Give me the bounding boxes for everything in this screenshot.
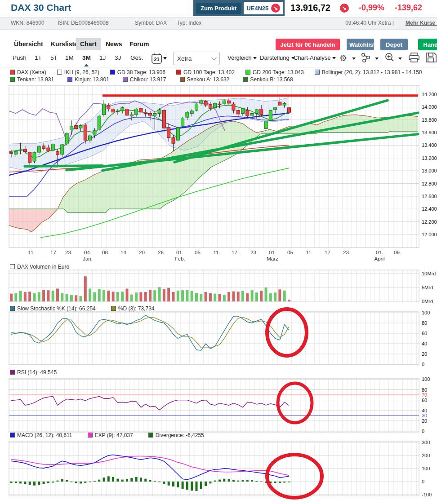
- chikou-legend-swatch: [123, 77, 128, 82]
- caret-down-icon: [332, 57, 336, 59]
- divergence-legend-swatch: [148, 433, 153, 438]
- legend-item: DAX (Xetra): [10, 69, 46, 75]
- trade-free-button[interactable]: Jetzt für 0€ handeln: [276, 39, 340, 50]
- period-3m[interactable]: 3M: [82, 54, 91, 61]
- price-down-arrow-icon: ↘: [340, 4, 349, 13]
- svg-text:Jan.: Jan.: [83, 256, 93, 261]
- svg-text:300: 300: [422, 440, 430, 445]
- chart-analyse-menu[interactable]: Chart-Analyse: [294, 54, 336, 61]
- tab-chart[interactable]: Chart: [76, 38, 101, 50]
- rsi-legend-swatch: [10, 370, 15, 375]
- svg-text:14.200: 14.200: [422, 92, 437, 97]
- legend-item: Kinjun: 13.801: [67, 76, 109, 83]
- tab-forum[interactable]: Forum: [125, 38, 153, 50]
- gd100-legend-swatch: [176, 70, 181, 75]
- period-3j[interactable]: 3J: [115, 54, 121, 61]
- svg-text:17.: 17.: [232, 250, 239, 255]
- change-absolute: -139,62: [395, 3, 422, 13]
- wkn-label: WKN: 846900: [11, 20, 45, 26]
- ikh-legend-swatch: [57, 70, 62, 75]
- page-title: DAX 30 Chart: [11, 2, 71, 13]
- svg-text:01.: 01.: [176, 250, 183, 255]
- push-toggle[interactable]: Push: [13, 54, 27, 61]
- gear-icon[interactable]: ⚙: [339, 53, 347, 63]
- period-1j[interactable]: 1J: [99, 54, 106, 61]
- exchange-select[interactable]: Xetra: [173, 52, 220, 65]
- section-nav: Übersicht Kursliste Chart News Forum Jet…: [0, 38, 437, 51]
- period-5t[interactable]: 5T: [50, 54, 58, 61]
- gd200-legend-swatch: [245, 70, 250, 75]
- svg-text:11.: 11.: [213, 250, 220, 255]
- trendline: [25, 166, 103, 166]
- svg-text:21: 21: [154, 57, 159, 62]
- svg-text:23.: 23.: [65, 250, 72, 255]
- change-percent: -0,99%: [359, 3, 384, 13]
- active-period-marker: [84, 64, 89, 66]
- watchlist-button[interactable]: Watchlist: [347, 39, 374, 50]
- annotation-circles: [267, 309, 322, 498]
- svg-text:13.200: 13.200: [422, 155, 437, 161]
- macd-legend: MACD (26, 12): 40,611 EXP (9): 47,037 Di…: [10, 432, 204, 438]
- volume-legend: DAX Volumen in Euro: [10, 264, 69, 270]
- period-1m[interactable]: 1M: [65, 54, 74, 61]
- quote-time: 09:46:40 Uhr Xetra |: [345, 20, 394, 26]
- svg-text:April: April: [374, 256, 384, 261]
- svg-text:01.: 01.: [269, 250, 276, 255]
- kinjun-legend-swatch: [67, 77, 72, 82]
- svg-text:0: 0: [422, 479, 424, 484]
- caret-down-icon: [352, 57, 356, 60]
- svg-text:12.600: 12.600: [422, 194, 437, 199]
- svg-text:100: 100: [422, 376, 430, 382]
- svg-text:17.: 17.: [50, 250, 58, 255]
- svg-text:80: 80: [422, 387, 427, 393]
- legend-item: Senkou B: 13.568: [243, 76, 293, 83]
- handeln-button[interactable]: Handeln: [418, 39, 437, 50]
- svg-text:12.000: 12.000: [422, 232, 437, 237]
- senkou-a-legend-swatch: [180, 77, 185, 82]
- svg-text:13.000: 13.000: [422, 168, 437, 173]
- legend-item: Tenkan: 13.931: [10, 76, 54, 83]
- period-ges[interactable]: Ges.: [130, 54, 143, 61]
- legend-item: GD 38 Tage: 13.906: [110, 69, 165, 75]
- chart-canvas[interactable]: 14.20014.00013.80013.60013.40013.20013.0…: [0, 0, 437, 504]
- depot-button[interactable]: Depot: [380, 39, 408, 50]
- legend-item: GD 200 Tage: 13.043: [245, 69, 304, 75]
- svg-text:12.200: 12.200: [422, 219, 437, 225]
- svg-text:0Mrd: 0Mrd: [422, 299, 433, 304]
- svg-text:40: 40: [422, 341, 427, 346]
- svg-text:14.: 14.: [120, 250, 128, 255]
- vergleich-menu[interactable]: Vergleich: [227, 54, 257, 61]
- printer-icon[interactable]: [408, 52, 420, 65]
- senkou-b-legend-swatch: [243, 77, 248, 82]
- tab-news[interactable]: News: [102, 38, 126, 50]
- svg-text:5Mrd: 5Mrd: [422, 285, 433, 290]
- svg-text:13.600: 13.600: [422, 130, 437, 135]
- legend-item: IKH (9, 26, 52): [57, 69, 99, 75]
- rsi-panel: 1008070604030200: [9, 376, 430, 434]
- save-icon[interactable]: [425, 52, 437, 65]
- svg-text:11.: 11.: [28, 250, 35, 255]
- svg-text:13.400: 13.400: [422, 142, 437, 148]
- stochastic-legend: Slow Stochastic %K (14): 66,254 %D (3): …: [10, 305, 154, 312]
- dax-legend-swatch: [10, 70, 15, 75]
- svg-text:60: 60: [422, 331, 427, 336]
- stoch-k-legend-swatch: [10, 306, 15, 311]
- calendar-icon[interactable]: 21: [152, 53, 167, 66]
- mehr-kurse-link[interactable]: Mehr Kurse »: [406, 20, 437, 26]
- svg-text:05.: 05.: [287, 250, 294, 255]
- svg-text:-100: -100: [422, 492, 432, 497]
- tab-uebersicht[interactable]: Übersicht: [10, 38, 47, 50]
- legend-item: Bollinger (20, 2): 13.812 - 13.981 - 14.…: [315, 69, 422, 75]
- share-nodes-icon[interactable]: [361, 52, 371, 65]
- zoom-in-icon[interactable]: [384, 52, 395, 65]
- svg-text:80: 80: [422, 320, 427, 326]
- trendline: [67, 134, 418, 170]
- svg-text:10Mrd: 10Mrd: [422, 271, 436, 276]
- product-code: UE4N25: [246, 5, 268, 12]
- product-code-box[interactable]: UE4N25 ↘: [244, 2, 283, 14]
- zum-produkt-button[interactable]: Zum Produkt: [196, 3, 241, 14]
- period-1t[interactable]: 1T: [35, 54, 42, 61]
- darstellung-menu[interactable]: Darstellung: [260, 54, 295, 61]
- chart-toolbar: Push 1T 5T 1M 3M 1J 3J Ges. 21 Xetra Ver…: [0, 50, 437, 67]
- svg-text:13.800: 13.800: [422, 117, 437, 123]
